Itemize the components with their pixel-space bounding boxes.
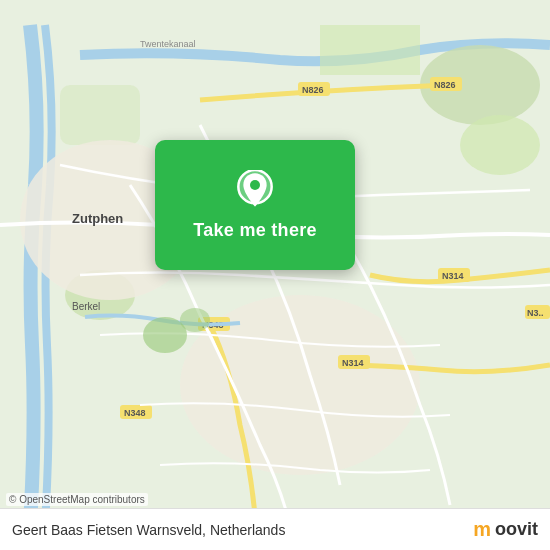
moovit-logo: m oovit <box>473 518 538 541</box>
svg-text:N826: N826 <box>434 80 456 90</box>
svg-text:Twentekanaal: Twentekanaal <box>140 39 196 49</box>
location-pin-icon <box>235 170 275 210</box>
svg-text:N314: N314 <box>442 271 464 281</box>
map-svg: Twentekanaal N826 N826 N348 N348 N314 N3… <box>0 0 550 550</box>
svg-point-29 <box>250 180 260 190</box>
svg-text:N826: N826 <box>302 85 324 95</box>
moovit-m-icon: m <box>473 518 491 541</box>
take-me-there-card[interactable]: Take me there <box>155 140 355 270</box>
moovit-brand-text: oovit <box>495 519 538 540</box>
svg-text:Zutphen: Zutphen <box>72 211 123 226</box>
location-name: Geert Baas Fietsen Warnsveld, Netherland… <box>12 522 285 538</box>
svg-point-3 <box>460 115 540 175</box>
svg-text:N3..: N3.. <box>527 308 544 318</box>
osm-attribution: © OpenStreetMap contributors <box>6 493 148 506</box>
svg-rect-4 <box>60 85 140 145</box>
info-bar: Geert Baas Fietsen Warnsveld, Netherland… <box>0 508 550 550</box>
svg-text:Berkel: Berkel <box>72 301 100 312</box>
svg-rect-6 <box>320 25 420 75</box>
svg-text:N348: N348 <box>124 408 146 418</box>
map-container: Twentekanaal N826 N826 N348 N348 N314 N3… <box>0 0 550 550</box>
svg-point-26 <box>180 308 210 332</box>
svg-text:N314: N314 <box>342 358 364 368</box>
card-button-label: Take me there <box>193 220 317 241</box>
